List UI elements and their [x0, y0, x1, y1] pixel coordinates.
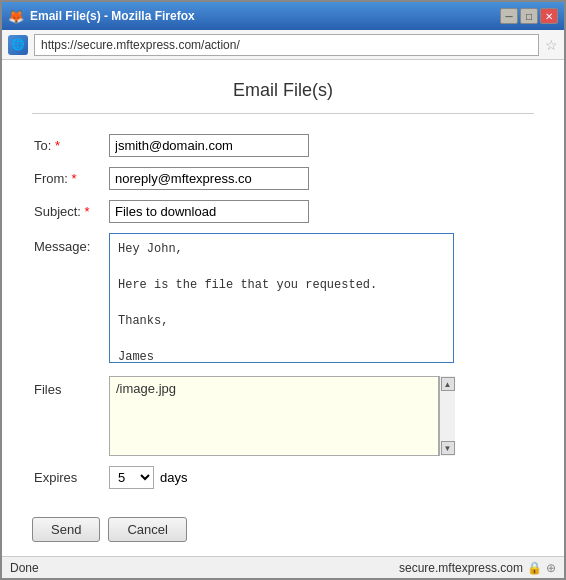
- expires-label: Expires: [34, 466, 109, 485]
- from-required-indicator: *: [72, 171, 77, 186]
- close-button[interactable]: ✕: [540, 8, 558, 24]
- page-content: Email File(s) To: * From: *: [2, 60, 564, 556]
- form-buttons: Send Cancel: [32, 517, 534, 542]
- statusbar-right: secure.mftexpress.com 🔒 ⊕: [399, 561, 556, 575]
- expires-unit-label: days: [160, 470, 187, 485]
- window-controls: ─ □ ✕: [500, 8, 558, 24]
- file-item: /image.jpg: [116, 381, 432, 396]
- from-label: From: *: [34, 167, 109, 186]
- from-input[interactable]: [109, 167, 309, 190]
- files-container: /image.jpg ▲ ▼: [109, 376, 455, 456]
- subject-row: Subject: *: [34, 200, 532, 223]
- send-button[interactable]: Send: [32, 517, 100, 542]
- files-scrollbar[interactable]: ▲ ▼: [439, 376, 455, 456]
- subject-input[interactable]: [109, 200, 309, 223]
- to-input[interactable]: [109, 134, 309, 157]
- statusbar: Done secure.mftexpress.com 🔒 ⊕: [2, 556, 564, 578]
- files-label: Files: [34, 376, 109, 397]
- titlebar: 🦊 Email File(s) - Mozilla Firefox ─ □ ✕: [2, 2, 564, 30]
- expires-row: Expires 1 2 3 4 5 7 10 14 30: [34, 466, 532, 489]
- subject-required-indicator: *: [85, 204, 90, 219]
- to-required-indicator: *: [55, 138, 60, 153]
- message-label: Message:: [34, 233, 109, 254]
- files-box: /image.jpg: [109, 376, 439, 456]
- message-textarea[interactable]: Hey John, Here is the file that you requ…: [109, 233, 454, 363]
- to-row: To: *: [34, 134, 532, 157]
- maximize-button[interactable]: □: [520, 8, 538, 24]
- minimize-button[interactable]: ─: [500, 8, 518, 24]
- message-row: Message: Hey John, Here is the file that…: [34, 233, 532, 366]
- status-text: Done: [10, 561, 399, 575]
- scrollbar-down-button[interactable]: ▼: [441, 441, 455, 455]
- bookmark-star-icon[interactable]: ☆: [545, 37, 558, 53]
- email-form: To: * From: * Subject:: [32, 132, 534, 501]
- page-title: Email File(s): [32, 80, 534, 114]
- scrollbar-up-button[interactable]: ▲: [441, 377, 455, 391]
- browser-logo-icon: 🌐: [8, 35, 28, 55]
- files-list: /image.jpg: [110, 377, 438, 455]
- browser-icon: 🦊: [8, 8, 24, 24]
- files-row: Files /image.jpg ▲ ▼: [34, 376, 532, 456]
- to-label: To: *: [34, 134, 109, 153]
- from-row: From: *: [34, 167, 532, 190]
- lock-icon: 🔒: [527, 561, 542, 575]
- addressbar: 🌐 ☆: [2, 30, 564, 60]
- window-title: Email File(s) - Mozilla Firefox: [30, 9, 494, 23]
- url-input[interactable]: [34, 34, 539, 56]
- connection-icon: ⊕: [546, 561, 556, 575]
- subject-label: Subject: *: [34, 200, 109, 219]
- expires-select[interactable]: 1 2 3 4 5 7 10 14 30: [109, 466, 154, 489]
- statusbar-url: secure.mftexpress.com: [399, 561, 523, 575]
- browser-window: 🦊 Email File(s) - Mozilla Firefox ─ □ ✕ …: [0, 0, 566, 580]
- expires-controls: 1 2 3 4 5 7 10 14 30 days: [109, 466, 187, 489]
- cancel-button[interactable]: Cancel: [108, 517, 186, 542]
